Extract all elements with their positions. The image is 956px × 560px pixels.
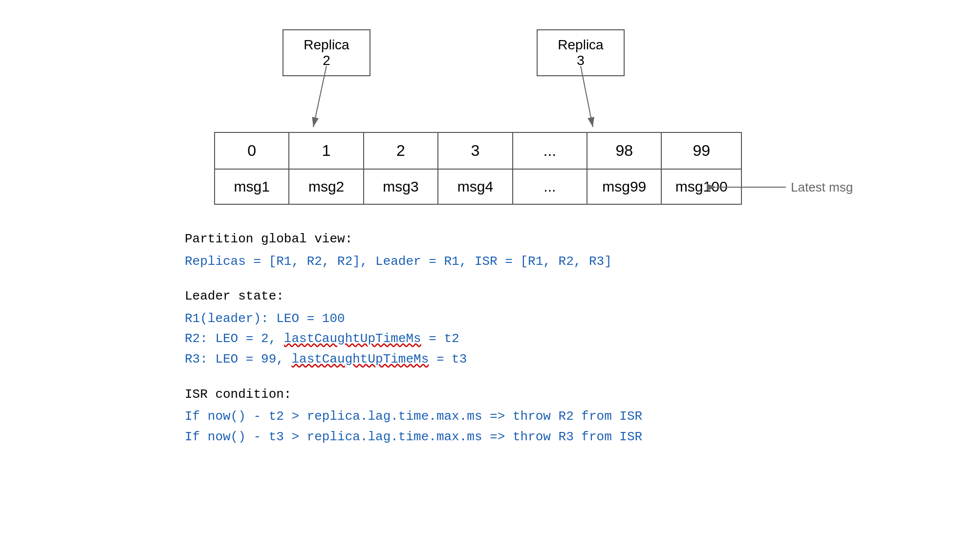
latest-msg-label: Latest msg: [791, 180, 853, 194]
replica-2-label: Replica 2: [304, 37, 349, 68]
replica-3-box: Replica 3: [537, 29, 625, 76]
partition-label: Partition global view:: [185, 229, 771, 250]
leader-r3-pre: R3: LEO = 99,: [185, 352, 291, 366]
offset-2: 2: [364, 132, 438, 169]
isr-r3: If now() - t3 > replica.lag.time.max.ms …: [185, 427, 771, 448]
msg-100: msg100: [661, 169, 741, 204]
offset-99: 99: [661, 132, 741, 169]
partition-table-wrapper: 0 1 2 3 ... 98 99 msg1 msg2 msg3 msg4 ..…: [185, 132, 771, 205]
offset-dots: ...: [513, 132, 587, 169]
code-section: Partition global view: Replicas = [R1, R…: [185, 229, 771, 447]
offset-0: 0: [215, 132, 289, 169]
leader-state-block: Leader state: R1(leader): LEO = 100 R2: …: [185, 286, 771, 369]
msg-1: msg1: [215, 169, 289, 204]
leader-r2: R2: LEO = 2, lastCaughtUpTimeMs = t2: [185, 329, 771, 349]
leader-r1: R1(leader): LEO = 100: [185, 309, 771, 329]
diagram-area: Replica 2 Replica 3 0 1 2 3: [185, 10, 771, 205]
offset-1: 1: [289, 132, 363, 169]
msg-3: msg3: [364, 169, 438, 204]
leader-label: Leader state:: [185, 286, 771, 307]
arrows-svg: [185, 20, 771, 132]
leader-r2-pre: R2: LEO = 2,: [185, 331, 284, 346]
replica-3-label: Replica 3: [558, 37, 603, 68]
leader-r2-post: = t2: [421, 331, 459, 346]
leader-r3-wavy: lastCaughtUpTimeMs: [291, 352, 429, 366]
leader-r3-post: = t3: [429, 352, 467, 366]
offset-row: 0 1 2 3 ... 98 99: [215, 132, 741, 169]
partition-value: Replicas = [R1, R2, R2], Leader = R1, IS…: [185, 252, 771, 272]
offset-98: 98: [587, 132, 661, 169]
msg-dots: ...: [513, 169, 587, 204]
partition-table: 0 1 2 3 ... 98 99 msg1 msg2 msg3 msg4 ..…: [214, 132, 742, 205]
offset-3: 3: [438, 132, 512, 169]
isr-label: ISR condition:: [185, 385, 771, 405]
msg-4: msg4: [438, 169, 512, 204]
leader-r3: R3: LEO = 99, lastCaughtUpTimeMs = t3: [185, 349, 771, 370]
msg-99: msg99: [587, 169, 661, 204]
replica-2-box: Replica 2: [282, 29, 370, 76]
leader-r2-wavy: lastCaughtUpTimeMs: [284, 331, 421, 346]
message-row: msg1 msg2 msg3 msg4 ... msg99 msg100: [215, 169, 741, 204]
partition-global-block: Partition global view: Replicas = [R1, R…: [185, 229, 771, 272]
isr-condition-block: ISR condition: If now() - t2 > replica.l…: [185, 385, 771, 448]
isr-r2: If now() - t2 > replica.lag.time.max.ms …: [185, 407, 771, 427]
msg-2: msg2: [289, 169, 363, 204]
